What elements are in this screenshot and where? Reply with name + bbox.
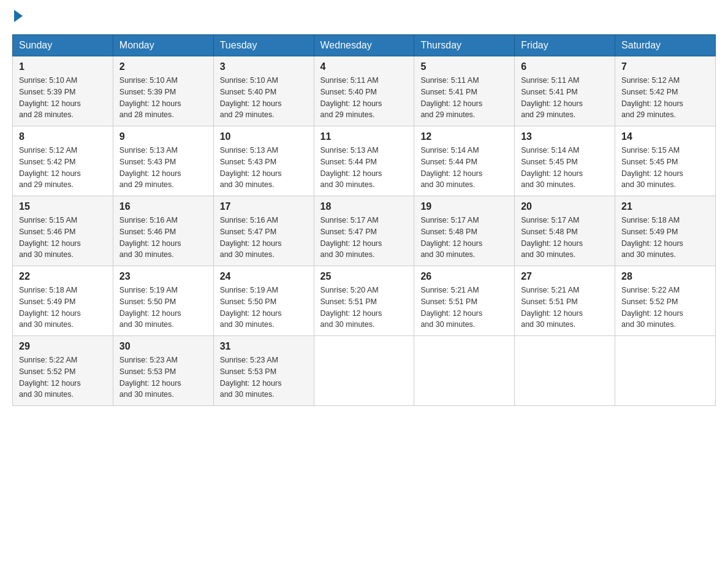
day-info: Sunrise: 5:19 AM Sunset: 5:50 PM Dayligh…: [119, 285, 207, 331]
day-info: Sunrise: 5:12 AM Sunset: 5:42 PM Dayligh…: [621, 75, 709, 121]
day-number: 12: [420, 131, 508, 142]
calendar-week-5: 29 Sunrise: 5:22 AM Sunset: 5:52 PM Dayl…: [13, 336, 716, 406]
header-friday: Friday: [515, 35, 615, 56]
day-number: 19: [420, 201, 508, 212]
calendar-cell: 16 Sunrise: 5:16 AM Sunset: 5:46 PM Dayl…: [113, 196, 213, 266]
header-saturday: Saturday: [615, 35, 716, 56]
calendar-table: Sunday Monday Tuesday Wednesday Thursday…: [12, 34, 716, 406]
day-info: Sunrise: 5:11 AM Sunset: 5:41 PM Dayligh…: [521, 75, 609, 121]
day-number: 11: [320, 131, 408, 142]
day-info: Sunrise: 5:22 AM Sunset: 5:52 PM Dayligh…: [621, 285, 709, 331]
day-number: 31: [220, 341, 308, 352]
day-info: Sunrise: 5:18 AM Sunset: 5:49 PM Dayligh…: [621, 215, 709, 261]
day-info: Sunrise: 5:13 AM Sunset: 5:44 PM Dayligh…: [320, 145, 408, 191]
calendar-cell: [515, 336, 615, 406]
day-info: Sunrise: 5:15 AM Sunset: 5:45 PM Dayligh…: [621, 145, 709, 191]
calendar-cell: 9 Sunrise: 5:13 AM Sunset: 5:43 PM Dayli…: [113, 126, 213, 196]
calendar-week-3: 15 Sunrise: 5:15 AM Sunset: 5:46 PM Dayl…: [13, 196, 716, 266]
calendar-cell: 24 Sunrise: 5:19 AM Sunset: 5:50 PM Dayl…: [213, 266, 314, 336]
day-number: 15: [19, 201, 107, 212]
day-info: Sunrise: 5:16 AM Sunset: 5:47 PM Dayligh…: [220, 215, 308, 261]
day-number: 2: [119, 61, 207, 72]
day-number: 22: [19, 271, 107, 282]
day-info: Sunrise: 5:10 AM Sunset: 5:40 PM Dayligh…: [220, 75, 308, 121]
calendar-cell: 17 Sunrise: 5:16 AM Sunset: 5:47 PM Dayl…: [213, 196, 314, 266]
calendar-cell: 29 Sunrise: 5:22 AM Sunset: 5:52 PM Dayl…: [13, 336, 113, 406]
calendar-cell: 18 Sunrise: 5:17 AM Sunset: 5:47 PM Dayl…: [314, 196, 414, 266]
calendar-cell: 15 Sunrise: 5:15 AM Sunset: 5:46 PM Dayl…: [13, 196, 113, 266]
day-number: 4: [320, 61, 408, 72]
calendar-cell: 25 Sunrise: 5:20 AM Sunset: 5:51 PM Dayl…: [314, 266, 414, 336]
day-info: Sunrise: 5:17 AM Sunset: 5:48 PM Dayligh…: [521, 215, 609, 261]
day-number: 23: [119, 271, 207, 282]
day-info: Sunrise: 5:14 AM Sunset: 5:44 PM Dayligh…: [420, 145, 508, 191]
day-number: 8: [19, 131, 107, 142]
calendar-week-2: 8 Sunrise: 5:12 AM Sunset: 5:42 PM Dayli…: [13, 126, 716, 196]
day-info: Sunrise: 5:11 AM Sunset: 5:41 PM Dayligh…: [420, 75, 508, 121]
day-info: Sunrise: 5:17 AM Sunset: 5:47 PM Dayligh…: [320, 215, 408, 261]
day-info: Sunrise: 5:18 AM Sunset: 5:49 PM Dayligh…: [19, 285, 107, 331]
header-sunday: Sunday: [13, 35, 113, 56]
calendar-cell: 20 Sunrise: 5:17 AM Sunset: 5:48 PM Dayl…: [515, 196, 615, 266]
day-info: Sunrise: 5:10 AM Sunset: 5:39 PM Dayligh…: [19, 75, 107, 121]
day-number: 9: [119, 131, 207, 142]
calendar-cell: 21 Sunrise: 5:18 AM Sunset: 5:49 PM Dayl…: [615, 196, 716, 266]
calendar-cell: 26 Sunrise: 5:21 AM Sunset: 5:51 PM Dayl…: [414, 266, 515, 336]
calendar-cell: 4 Sunrise: 5:11 AM Sunset: 5:40 PM Dayli…: [314, 56, 414, 126]
header-tuesday: Tuesday: [213, 35, 314, 56]
calendar-week-4: 22 Sunrise: 5:18 AM Sunset: 5:49 PM Dayl…: [13, 266, 716, 336]
calendar-cell: 19 Sunrise: 5:17 AM Sunset: 5:48 PM Dayl…: [414, 196, 515, 266]
calendar-cell: 6 Sunrise: 5:11 AM Sunset: 5:41 PM Dayli…: [515, 56, 615, 126]
calendar-cell: 13 Sunrise: 5:14 AM Sunset: 5:45 PM Dayl…: [515, 126, 615, 196]
calendar-cell: 5 Sunrise: 5:11 AM Sunset: 5:41 PM Dayli…: [414, 56, 515, 126]
day-number: 24: [220, 271, 308, 282]
calendar-cell: 31 Sunrise: 5:23 AM Sunset: 5:53 PM Dayl…: [213, 336, 314, 406]
day-number: 27: [521, 271, 609, 282]
calendar-cell: 23 Sunrise: 5:19 AM Sunset: 5:50 PM Dayl…: [113, 266, 213, 336]
calendar-cell: 2 Sunrise: 5:10 AM Sunset: 5:39 PM Dayli…: [113, 56, 213, 126]
calendar-cell: 7 Sunrise: 5:12 AM Sunset: 5:42 PM Dayli…: [615, 56, 716, 126]
calendar-week-1: 1 Sunrise: 5:10 AM Sunset: 5:39 PM Dayli…: [13, 56, 716, 126]
day-number: 5: [420, 61, 508, 72]
header-thursday: Thursday: [414, 35, 515, 56]
day-info: Sunrise: 5:22 AM Sunset: 5:52 PM Dayligh…: [19, 354, 107, 400]
day-number: 18: [320, 201, 408, 212]
calendar-cell: [414, 336, 515, 406]
day-number: 25: [320, 271, 408, 282]
day-number: 14: [621, 131, 709, 142]
day-number: 28: [621, 271, 709, 282]
day-info: Sunrise: 5:11 AM Sunset: 5:40 PM Dayligh…: [320, 75, 408, 121]
calendar-cell: 3 Sunrise: 5:10 AM Sunset: 5:40 PM Dayli…: [213, 56, 314, 126]
day-number: 17: [220, 201, 308, 212]
calendar-cell: 22 Sunrise: 5:18 AM Sunset: 5:49 PM Dayl…: [13, 266, 113, 336]
day-number: 1: [19, 61, 107, 72]
day-number: 7: [621, 61, 709, 72]
day-info: Sunrise: 5:14 AM Sunset: 5:45 PM Dayligh…: [521, 145, 609, 191]
header-row: Sunday Monday Tuesday Wednesday Thursday…: [13, 35, 716, 56]
calendar-cell: 1 Sunrise: 5:10 AM Sunset: 5:39 PM Dayli…: [13, 56, 113, 126]
day-info: Sunrise: 5:16 AM Sunset: 5:46 PM Dayligh…: [119, 215, 207, 261]
calendar-cell: 12 Sunrise: 5:14 AM Sunset: 5:44 PM Dayl…: [414, 126, 515, 196]
header-monday: Monday: [113, 35, 213, 56]
day-info: Sunrise: 5:10 AM Sunset: 5:39 PM Dayligh…: [119, 75, 207, 121]
day-info: Sunrise: 5:17 AM Sunset: 5:48 PM Dayligh…: [420, 215, 508, 261]
calendar-cell: 30 Sunrise: 5:23 AM Sunset: 5:53 PM Dayl…: [113, 336, 213, 406]
day-number: 26: [420, 271, 508, 282]
day-info: Sunrise: 5:13 AM Sunset: 5:43 PM Dayligh…: [119, 145, 207, 191]
logo: [12, 12, 23, 22]
calendar-cell: 11 Sunrise: 5:13 AM Sunset: 5:44 PM Dayl…: [314, 126, 414, 196]
day-number: 20: [521, 201, 609, 212]
day-info: Sunrise: 5:21 AM Sunset: 5:51 PM Dayligh…: [521, 285, 609, 331]
calendar-cell: 14 Sunrise: 5:15 AM Sunset: 5:45 PM Dayl…: [615, 126, 716, 196]
day-number: 10: [220, 131, 308, 142]
day-info: Sunrise: 5:23 AM Sunset: 5:53 PM Dayligh…: [119, 354, 207, 400]
day-number: 29: [19, 341, 107, 352]
page-header: [12, 12, 716, 22]
logo-arrow-icon: [14, 10, 23, 22]
day-number: 3: [220, 61, 308, 72]
day-info: Sunrise: 5:21 AM Sunset: 5:51 PM Dayligh…: [420, 285, 508, 331]
day-number: 13: [521, 131, 609, 142]
day-info: Sunrise: 5:15 AM Sunset: 5:46 PM Dayligh…: [19, 215, 107, 261]
calendar-cell: 28 Sunrise: 5:22 AM Sunset: 5:52 PM Dayl…: [615, 266, 716, 336]
calendar-cell: [314, 336, 414, 406]
